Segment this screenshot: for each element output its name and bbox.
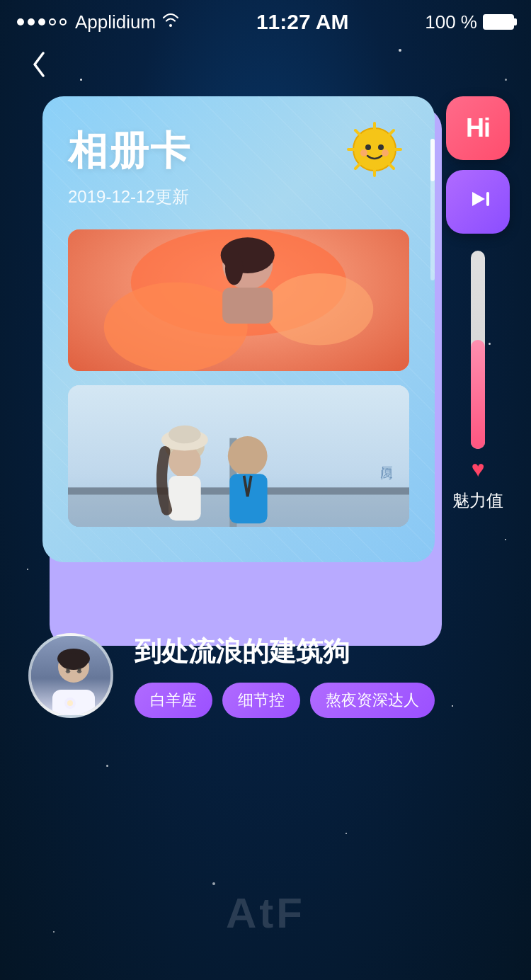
play-icon: [465, 186, 491, 218]
atf-watermark: AtF: [226, 889, 305, 938]
card-date: 2019-12-12更新: [68, 186, 409, 208]
status-left: Applidium: [17, 11, 180, 33]
tag-detail[interactable]: 细节控: [222, 683, 300, 718]
profile-name: 到处流浪的建筑狗: [135, 634, 503, 670]
time-display: 11:27 AM: [256, 10, 349, 34]
tag-nightowl[interactable]: 熬夜资深达人: [310, 683, 435, 718]
dot3: [38, 18, 45, 25]
svg-point-11: [360, 149, 367, 156]
photo-1[interactable]: [68, 229, 409, 371]
svg-point-30: [228, 436, 268, 476]
svg-rect-33: [486, 192, 489, 206]
svg-point-12: [382, 149, 389, 156]
scroll-indicator: [430, 139, 435, 280]
dot5: [59, 18, 67, 25]
photo-2[interactable]: 厦门: [68, 385, 409, 527]
svg-point-42: [67, 700, 73, 706]
svg-line-6: [389, 164, 394, 169]
svg-rect-27: [169, 476, 201, 520]
scroll-thumb: [430, 139, 435, 181]
right-panel: Hi ♥ 魅力值: [446, 96, 510, 512]
svg-point-9: [365, 144, 371, 150]
charm-label: 魅力值: [452, 489, 503, 512]
svg-point-40: [78, 668, 81, 672]
svg-line-8: [355, 164, 360, 169]
svg-marker-32: [472, 192, 485, 206]
dot1: [17, 18, 24, 25]
profile-info: 到处流浪的建筑狗 白羊座 细节控 熬夜资深达人: [135, 634, 503, 718]
dot2: [28, 18, 35, 25]
svg-point-29: [169, 426, 201, 443]
svg-point-37: [59, 653, 88, 670]
carrier-name: Applidium: [75, 11, 156, 33]
tag-constellation[interactable]: 白羊座: [135, 683, 212, 718]
avatar[interactable]: [28, 633, 113, 718]
card-stack: 相册卡 2019-12-12更新: [42, 96, 435, 562]
svg-rect-18: [222, 287, 273, 324]
status-right: 100 %: [425, 11, 514, 33]
svg-point-39: [67, 668, 70, 672]
album-card[interactable]: 相册卡 2019-12-12更新: [42, 96, 435, 562]
svg-point-16: [266, 273, 373, 345]
profile-tags: 白羊座 细节控 熬夜资深达人: [135, 683, 503, 718]
signal-dots: [17, 18, 67, 25]
back-button[interactable]: [21, 47, 57, 82]
profile-section: 到处流浪的建筑狗 白羊座 细节控 熬夜资深达人: [0, 591, 531, 746]
hi-button[interactable]: Hi: [446, 96, 510, 160]
status-bar: Applidium 11:27 AM 100 %: [0, 0, 531, 40]
meter-fill: [471, 340, 485, 449]
battery-percent: 100 %: [425, 11, 477, 33]
hi-label: Hi: [466, 113, 490, 143]
wifi-icon: [161, 12, 180, 32]
svg-rect-31: [229, 474, 267, 523]
main-content: 相册卡 2019-12-12更新: [0, 96, 531, 562]
svg-point-20: [225, 253, 243, 285]
svg-point-10: [378, 144, 384, 150]
battery-icon: [483, 14, 514, 30]
charm-meter: ♥ 魅力值: [452, 251, 503, 512]
play-button[interactable]: [446, 170, 510, 234]
svg-line-7: [389, 130, 394, 135]
meter-track: [471, 251, 485, 449]
sun-icon: [343, 118, 406, 181]
dot4: [49, 18, 56, 25]
charm-heart-icon: ♥: [472, 456, 485, 482]
svg-line-5: [355, 130, 360, 135]
